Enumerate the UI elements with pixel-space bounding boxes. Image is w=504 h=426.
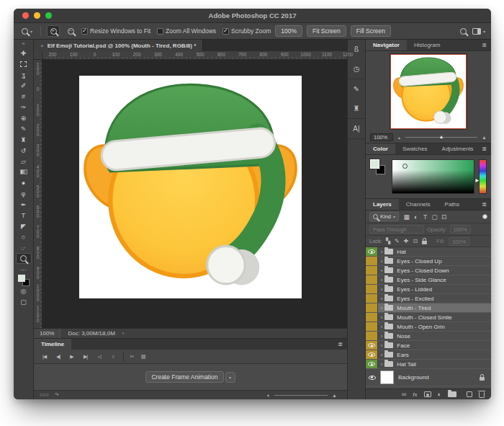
fill-screen-button[interactable]: Fill Screen [351, 25, 391, 37]
layer-row-hat-tail[interactable]: ›Hat Tail [366, 360, 491, 369]
expand-chevron-icon[interactable]: › [381, 268, 382, 273]
new-layer-icon[interactable] [467, 391, 472, 397]
timeline-zoom-slider[interactable]: ▲ ▲ [266, 393, 337, 398]
create-animation-dropdown[interactable]: ▾ [225, 372, 235, 383]
foreground-color-swatch[interactable] [370, 159, 379, 169]
expand-chevron-icon[interactable]: › [381, 343, 382, 348]
create-frame-animation-button[interactable]: Create Frame Animation [145, 371, 223, 383]
layer-visibility-toggle[interactable] [366, 332, 378, 340]
gradient-tool[interactable] [16, 167, 32, 177]
layer-row-hat[interactable]: ›Hat [366, 247, 491, 257]
settings-button[interactable]: ○ [107, 352, 119, 362]
filter-toggle-icon[interactable] [482, 214, 487, 219]
previous-frame-button[interactable]: ◀| [52, 352, 64, 362]
audio-button[interactable]: ◁ [93, 352, 105, 362]
expand-chevron-icon[interactable]: › [381, 249, 382, 254]
layer-row-eyes-closed-down[interactable]: ›Eyes - Closed Down [366, 266, 491, 275]
navigator-zoom-field[interactable]: 100% [370, 133, 393, 141]
edit-toolbar-button[interactable]: ··· [16, 264, 32, 275]
tab-color-swatches[interactable]: Swatches [395, 143, 435, 154]
layer-visibility-toggle[interactable] [366, 257, 378, 265]
foreground-color-swatch[interactable] [18, 275, 25, 282]
frame-dots-icon[interactable]: ○○○ [40, 392, 49, 398]
layer-row-face[interactable]: ›Face [366, 341, 491, 350]
hue-slider[interactable] [479, 159, 487, 194]
blur-tool[interactable]: ● [16, 177, 32, 188]
layer-visibility-toggle[interactable] [366, 303, 378, 312]
color-picker-circle-icon[interactable] [402, 164, 408, 169]
tab-layers-channels[interactable]: Channels [399, 199, 438, 210]
layer-mask-icon[interactable] [424, 391, 431, 397]
layer-row-eyes-closed-up[interactable]: ›Eyes - Closed Up [366, 257, 491, 266]
lock-all-icon[interactable] [422, 241, 427, 244]
zoom-tool[interactable] [16, 253, 32, 264]
filter-smart-object-icon[interactable]: ⊡ [439, 213, 449, 221]
expand-chevron-icon[interactable]: › [381, 334, 382, 339]
expand-chevron-icon[interactable]: › [381, 362, 382, 367]
eyedropper-tool[interactable]: ✑ [16, 102, 32, 112]
layer-visibility-toggle[interactable] [366, 341, 378, 350]
layer-filter-kind-dropdown[interactable]: Kind ▾ [369, 212, 399, 221]
dodge-tool[interactable]: φ [16, 188, 32, 199]
layer-visibility-toggle[interactable] [366, 275, 378, 284]
history-panel-icon[interactable]: ◷ [348, 59, 365, 79]
layer-row-eyes-side-glance[interactable]: ›Eyes - Side Glance [366, 275, 491, 285]
layer-row-mouth-open-grin[interactable]: ›Mouth - Open Grin [366, 322, 491, 332]
checkbox-resize-windows-to-fit[interactable]: Resize Windows to Fit [81, 27, 150, 35]
move-tool[interactable]: ✚ [16, 48, 32, 58]
clone-stamp-tool[interactable]: ♜ [16, 134, 32, 145]
zoom-in-mountain-icon[interactable]: ▲ [482, 135, 487, 140]
status-chevron-icon[interactable]: › [122, 331, 124, 336]
filter-adjustment-icon[interactable]: ◐ [411, 213, 420, 221]
hand-tool[interactable]: ☞ [16, 242, 32, 253]
layer-visibility-toggle[interactable] [366, 294, 378, 303]
canvas-workspace[interactable] [42, 60, 347, 328]
document-canvas[interactable] [79, 76, 302, 298]
layer-thumbnail[interactable] [380, 370, 394, 384]
link-layers-icon[interactable]: ∞ [402, 391, 406, 398]
tab-nav-histogram[interactable]: Histogram [407, 40, 447, 50]
tab-layers-layers[interactable]: Layers [366, 199, 399, 210]
zoom-in-mountain-icon[interactable]: ▲ [332, 393, 337, 398]
layer-row-mouth-tired[interactable]: ›Mouth - Tired [366, 303, 491, 313]
zoom-out-mountain-icon[interactable]: ▲ [397, 136, 401, 140]
brush-tool[interactable]: ✎ [16, 123, 32, 134]
tab-timeline[interactable]: Timeline [34, 339, 71, 350]
split-button[interactable]: ✂ [123, 352, 135, 362]
healing-brush-tool[interactable]: ⊕ [16, 112, 32, 123]
layer-row-nose[interactable]: ›Nose [366, 332, 491, 341]
play-button[interactable]: ▶ [66, 352, 78, 362]
navigator-thumbnail[interactable] [390, 54, 467, 129]
quick-selection-tool[interactable]: ✐ [16, 80, 32, 91]
lock-pixels-icon[interactable]: ✎ [395, 238, 400, 244]
expand-chevron-icon[interactable]: › [381, 315, 382, 320]
tab-color-color[interactable]: Color [366, 143, 395, 154]
layer-row-mouth-closed-smile[interactable]: ›Mouth - Closed Smile [366, 313, 491, 322]
tab-nav-navigator[interactable]: Navigator [366, 40, 407, 50]
layer-visibility-toggle[interactable] [366, 247, 378, 256]
opacity-dropdown[interactable]: 100% [450, 225, 471, 234]
pen-tool[interactable]: ✒ [16, 199, 32, 210]
fit-screen-button[interactable]: Fit Screen [307, 25, 346, 37]
character-panel-icon[interactable]: A| [348, 119, 365, 138]
screen-mode-button[interactable]: ▢ [16, 296, 32, 307]
layer-visibility-toggle[interactable] [366, 360, 378, 368]
checkbox-zoom-all-windows[interactable]: Zoom All Windows [157, 27, 216, 35]
lock-position-icon[interactable]: ✚ [404, 238, 409, 244]
checkbox-scrubby-zoom[interactable]: Scrubby Zoom [222, 27, 271, 35]
panel-menu-icon[interactable]: ≣ [482, 201, 487, 208]
color-swatches[interactable] [16, 275, 32, 285]
delete-layer-icon[interactable] [479, 392, 485, 398]
current-tool-indicator[interactable]: ▾ [19, 27, 35, 36]
zoom-in-button[interactable]: + [47, 25, 60, 37]
filter-type-icon[interactable]: T [420, 213, 430, 221]
vertical-ruler[interactable]: 100010020030040050060070080090010001100 [34, 60, 42, 328]
brush-settings-panel-icon[interactable]: ✎ [348, 79, 365, 99]
expand-chevron-icon[interactable]: › [381, 352, 382, 358]
marquee-tool[interactable] [16, 58, 32, 69]
lock-artboard-icon[interactable]: ⊡ [413, 238, 418, 244]
expand-chevron-icon[interactable]: › [381, 287, 382, 292]
lock-transparent-icon[interactable]: ▚ [386, 238, 390, 244]
layer-visibility-toggle[interactable] [366, 322, 378, 331]
clone-source-panel-icon[interactable]: ♜ [348, 99, 365, 118]
